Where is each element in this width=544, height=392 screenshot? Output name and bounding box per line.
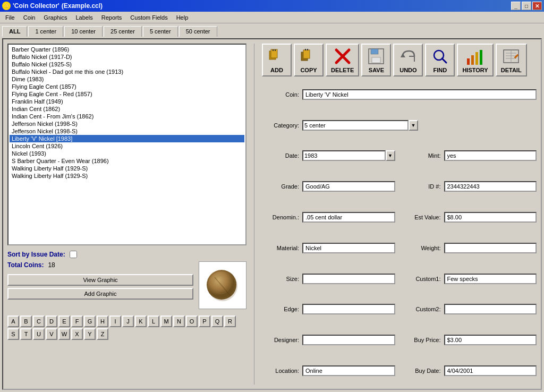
maximize-button[interactable]: □ [522, 2, 531, 10]
alpha-btn-g[interactable]: G [84, 316, 96, 327]
list-item[interactable]: Barber Quarter (1896) [10, 46, 244, 53]
alpha-btn-o[interactable]: O [186, 316, 198, 327]
list-item[interactable]: Jefferson Nickel (1998-S) [10, 120, 244, 127]
save-button[interactable]: SAVE [361, 44, 391, 76]
tab-all[interactable]: ALL [2, 26, 27, 37]
list-item[interactable]: Indian Cent - From Jim's (1862) [10, 113, 244, 120]
edge-input[interactable] [302, 304, 395, 314]
list-item[interactable]: Nickel (1993) [10, 150, 244, 157]
alpha-btn-d[interactable]: D [46, 316, 57, 327]
material-input[interactable] [302, 243, 395, 253]
alpha-btn-z[interactable]: Z [97, 328, 108, 340]
alpha-btn-m[interactable]: M [160, 316, 172, 327]
alpha-btn-q[interactable]: Q [211, 316, 223, 327]
custom1-input[interactable] [444, 274, 537, 284]
alpha-btn-s[interactable]: S [7, 328, 19, 340]
menu-labels[interactable]: Labels [71, 13, 97, 22]
buydate-input[interactable] [444, 365, 537, 376]
alpha-btn-x[interactable]: X [71, 328, 83, 340]
list-item[interactable]: Flying Eagle Cent (1857) [10, 83, 244, 90]
alpha-btn-b[interactable]: B [20, 316, 32, 327]
tab-10center[interactable]: 10 center [64, 26, 103, 37]
list-item[interactable]: Buffalo Nickel (1925-S) [10, 61, 244, 68]
tab-1center[interactable]: 1 center [28, 26, 63, 37]
list-item[interactable]: Walking Liberty Half (1929-S) [10, 165, 244, 172]
alpha-btn-l[interactable]: L [148, 316, 159, 327]
view-graphic-button[interactable]: View Graphic [7, 274, 193, 286]
list-item[interactable]: S Barber Quarter - Even Wear (1896) [10, 157, 244, 165]
location-input[interactable] [302, 365, 395, 376]
add-button[interactable]: ADD [262, 44, 292, 76]
alpha-btn-w[interactable]: W [58, 328, 70, 340]
menu-help[interactable]: Help [172, 13, 193, 22]
list-item[interactable]: Dime (1983) [10, 75, 244, 83]
designer-input[interactable] [302, 335, 395, 345]
list-item[interactable]: Franklin Half (1949) [10, 98, 244, 105]
svg-point-1 [207, 270, 236, 300]
menu-custom-fields[interactable]: Custom Fields [126, 13, 172, 22]
grade-input[interactable] [302, 181, 395, 192]
menu-reports[interactable]: Reports [97, 13, 126, 22]
estvalue-input[interactable] [444, 212, 537, 223]
list-item[interactable]: Lincoln Cent (1926) [10, 142, 244, 150]
category-dropdown-btn[interactable]: ▼ [409, 120, 418, 131]
alpha-btn-e[interactable]: E [58, 316, 70, 327]
alpha-btn-u[interactable]: U [33, 328, 45, 340]
alpha-btn-t[interactable]: T [20, 328, 32, 340]
alpha-btn-v[interactable]: V [46, 328, 57, 340]
alpha-btn-i[interactable]: I [109, 316, 121, 327]
tab-50center[interactable]: 50 center [179, 26, 217, 37]
alpha-btn-r[interactable]: R [224, 316, 236, 327]
copy-button[interactable]: COPY [294, 44, 324, 76]
category-input[interactable] [302, 120, 409, 131]
date-input[interactable] [302, 150, 386, 161]
alpha-btn-n[interactable]: N [173, 316, 185, 327]
buyprice-input[interactable] [444, 335, 537, 345]
alpha-btn-p[interactable]: P [199, 316, 210, 327]
delete-button[interactable]: DELETE [326, 44, 359, 76]
menu-graphics[interactable]: Graphics [39, 13, 71, 22]
tabs-row: ALL 1 center 10 center 25 center 5 cente… [2, 25, 542, 36]
custom2-label: Custom2: [404, 306, 441, 312]
alpha-btn-y[interactable]: Y [84, 328, 96, 340]
alpha-btn-c[interactable]: C [33, 316, 45, 327]
undo-button[interactable]: UNDO [393, 44, 423, 76]
minimize-button[interactable]: _ [511, 2, 521, 10]
size-input[interactable] [302, 274, 395, 284]
list-item[interactable]: Jefferson Nickel (1998-S) [10, 127, 244, 135]
list-item[interactable]: Indian Cent (1862) [10, 105, 244, 113]
date-dropdown-btn[interactable]: ▼ [386, 150, 395, 161]
tab-25center[interactable]: 25 center [104, 26, 142, 37]
alpha-btn-f[interactable]: F [71, 316, 83, 327]
weight-input[interactable] [444, 243, 537, 253]
idnum-input[interactable] [444, 181, 537, 192]
alpha-btn-j[interactable]: J [122, 316, 134, 327]
menu-file[interactable]: File [1, 13, 19, 22]
custom2-input[interactable] [444, 304, 537, 314]
tab-5center[interactable]: 5 center [143, 26, 178, 37]
coin-list[interactable]: Barber Quarter (1896)Buffalo Nickel (191… [7, 44, 246, 245]
add-graphic-button[interactable]: Add Graphic [7, 288, 193, 300]
edge-label: Edge: [262, 306, 299, 312]
alpha-btn-k[interactable]: K [135, 316, 147, 327]
close-button[interactable]: ✕ [532, 2, 542, 10]
list-item[interactable]: Buffalo Nickel (1917-D) [10, 53, 244, 61]
denomination-input[interactable] [302, 212, 395, 223]
list-item[interactable]: Flying Eagle Cent - Red (1857) [10, 90, 244, 98]
list-item[interactable]: Walking Liberty Half (1929-S) [10, 172, 244, 180]
sort-checkbox[interactable] [70, 251, 77, 258]
list-item[interactable]: Buffalo Nickel - Dad got me this one (19… [10, 68, 244, 75]
history-button[interactable]: HISTORY [457, 44, 493, 76]
find-button[interactable]: FIND [425, 44, 455, 76]
find-icon [430, 47, 449, 66]
menu-coin[interactable]: Coin [19, 13, 40, 22]
coin-input[interactable] [302, 89, 537, 100]
alpha-btn-h[interactable]: H [97, 316, 108, 327]
mint-input[interactable] [444, 150, 537, 161]
alpha-btn-a[interactable]: A [7, 316, 19, 327]
location-field-group: Location: [262, 357, 395, 385]
custom1-field-group: Custom1: [404, 265, 537, 293]
detail-button[interactable]: DETAIL [496, 44, 527, 76]
add-icon [267, 47, 286, 66]
list-item[interactable]: Liberty 'V' Nickel [1983] [10, 135, 244, 142]
